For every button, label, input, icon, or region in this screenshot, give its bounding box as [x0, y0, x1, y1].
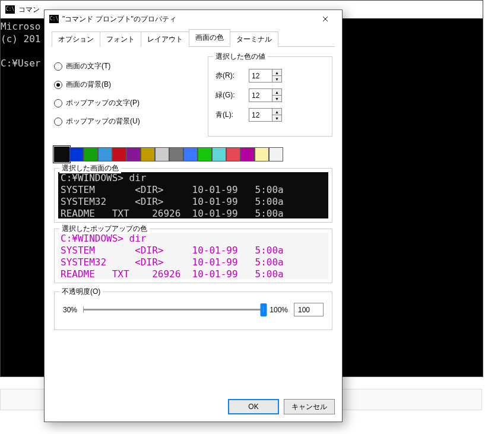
color-swatch[interactable] — [54, 147, 69, 162]
spin-up-icon[interactable]: ▲ — [272, 89, 281, 96]
tab-panel-colors: 画面の文字(T) 画面の背景(B) ポップアップの文字(P) ポップア — [52, 47, 335, 330]
opacity-input[interactable] — [294, 303, 324, 316]
red-input[interactable] — [249, 69, 272, 82]
radio-popup-bg[interactable]: ポップアップの背景(U) — [54, 116, 198, 126]
radio-icon — [54, 99, 62, 107]
screen-preview-group: 選択した画面の色 C:¥WINDOWS> dir SYSTEM <DIR> 10… — [54, 168, 332, 223]
opacity-legend: 不透明度(O) — [59, 287, 103, 297]
color-swatch[interactable] — [69, 147, 84, 161]
radio-icon — [54, 81, 62, 89]
green-label: 緑(G): — [215, 90, 249, 100]
screen-preview: C:¥WINDOWS> dir SYSTEM <DIR> 10-01-99 5:… — [58, 172, 328, 218]
opacity-slider[interactable] — [83, 309, 264, 311]
color-swatch[interactable] — [240, 147, 255, 161]
color-swatch[interactable] — [169, 147, 183, 161]
color-swatch[interactable] — [255, 147, 269, 161]
dialog-titlebar[interactable]: "コマンド プロンプト"のプロパティ — [45, 10, 342, 28]
radio-label: 画面の背景(B) — [66, 80, 111, 90]
close-button[interactable] — [313, 10, 337, 28]
tab-terminal[interactable]: ターミナル — [230, 31, 278, 47]
properties-dialog: "コマンド プロンプト"のプロパティ オプション フォント レイアウト 画面の色… — [44, 9, 343, 422]
blue-input[interactable] — [249, 109, 272, 121]
opacity-group: 不透明度(O) 30% 100% — [54, 292, 332, 330]
screen-preview-legend: 選択した画面の色 — [59, 163, 121, 173]
red-spinner[interactable]: ▲▼ — [249, 69, 282, 83]
spin-up-icon[interactable]: ▲ — [272, 109, 281, 115]
blue-spinner[interactable]: ▲▼ — [249, 108, 282, 122]
color-swatch[interactable] — [198, 147, 212, 161]
cmd-icon — [49, 15, 59, 23]
color-swatch[interactable] — [226, 147, 240, 161]
dialog-title-text: "コマンド プロンプト"のプロパティ — [62, 14, 313, 24]
color-swatch[interactable] — [155, 147, 169, 161]
spin-up-icon[interactable]: ▲ — [272, 69, 281, 76]
tab-font[interactable]: フォント — [100, 31, 141, 47]
green-spinner[interactable]: ▲▼ — [249, 88, 282, 102]
popup-preview-group: 選択したポップアップの色 C:¥WINDOWS> dir SYSTEM <DIR… — [54, 229, 332, 283]
slider-fill — [83, 309, 264, 311]
radio-icon — [54, 118, 62, 126]
color-swatch[interactable] — [112, 147, 126, 161]
color-swatch[interactable] — [269, 147, 283, 161]
cmd-icon — [5, 5, 15, 14]
color-swatch[interactable] — [126, 147, 141, 161]
blue-label: 青(L): — [215, 110, 249, 120]
close-icon — [322, 16, 328, 22]
radio-label: 画面の文字(T) — [66, 61, 110, 71]
color-swatch[interactable] — [141, 147, 155, 161]
green-input[interactable] — [249, 89, 272, 102]
radio-screen-text[interactable]: 画面の文字(T) — [54, 61, 198, 71]
dialog-footer: OK キャンセル — [228, 399, 335, 414]
opacity-min-label: 30% — [63, 306, 77, 314]
cancel-button[interactable]: キャンセル — [284, 399, 335, 414]
color-target-radios: 画面の文字(T) 画面の背景(B) ポップアップの文字(P) ポップア — [54, 56, 198, 137]
popup-preview: C:¥WINDOWS> dir SYSTEM <DIR> 10-01-99 5:… — [58, 233, 328, 279]
color-swatch[interactable] — [98, 147, 112, 161]
spin-down-icon[interactable]: ▼ — [272, 76, 281, 82]
radio-icon — [54, 62, 62, 71]
tab-bar: オプション フォント レイアウト 画面の色 ターミナル — [52, 31, 335, 47]
red-label: 赤(R): — [215, 71, 249, 81]
rgb-group: 選択した色の値 赤(R): ▲▼ 緑(G): — [208, 56, 332, 137]
opacity-max-label: 100% — [270, 306, 288, 314]
spin-down-icon[interactable]: ▼ — [272, 96, 281, 102]
popup-preview-legend: 選択したポップアップの色 — [59, 224, 150, 234]
color-swatch[interactable] — [84, 147, 98, 161]
ok-button[interactable]: OK — [228, 399, 279, 414]
radio-label: ポップアップの文字(P) — [66, 98, 140, 108]
radio-label: ポップアップの背景(U) — [66, 116, 140, 126]
rgb-legend: 選択した色の値 — [213, 52, 268, 62]
radio-popup-text[interactable]: ポップアップの文字(P) — [54, 98, 198, 108]
tab-options[interactable]: オプション — [52, 31, 100, 47]
radio-screen-bg[interactable]: 画面の背景(B) — [54, 80, 198, 90]
tab-colors[interactable]: 画面の色 — [189, 29, 230, 46]
tab-layout[interactable]: レイアウト — [141, 31, 189, 47]
color-swatch[interactable] — [183, 147, 198, 161]
slider-thumb[interactable] — [261, 303, 267, 316]
color-swatch[interactable] — [212, 147, 226, 161]
color-palette — [54, 147, 332, 162]
spin-down-icon[interactable]: ▼ — [272, 115, 281, 121]
cmd-title-text: コマン — [18, 5, 40, 15]
